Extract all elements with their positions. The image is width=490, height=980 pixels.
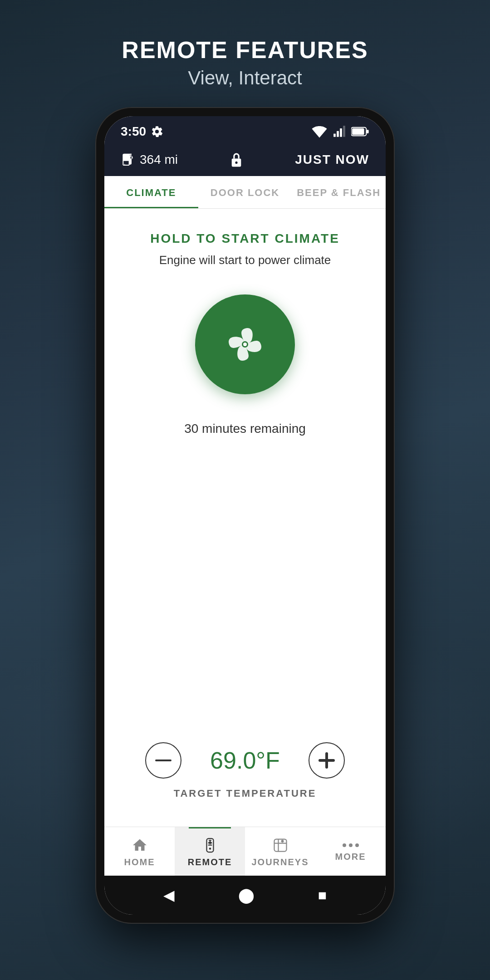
signal-icon [333, 125, 346, 138]
temp-decrease-button[interactable] [145, 742, 181, 779]
svg-point-24 [281, 840, 284, 843]
fuel-info: 364 mi [121, 152, 178, 167]
fuel-icon [121, 152, 135, 167]
tab-doorlock[interactable]: DOOR LOCK [198, 176, 292, 208]
svg-point-27 [355, 843, 359, 847]
svg-rect-23 [274, 839, 286, 852]
svg-point-25 [343, 843, 346, 847]
remote-icon [202, 837, 218, 853]
lock-icon-container [229, 152, 244, 168]
settings-icon [151, 125, 163, 138]
tabs-container: CLIMATE DOOR LOCK BEEP & FLASH [104, 176, 386, 209]
nav-home[interactable]: HOME [104, 827, 175, 876]
time-display: 3:50 [121, 124, 146, 139]
svg-rect-19 [208, 845, 212, 846]
svg-rect-15 [318, 759, 335, 762]
lock-icon [229, 152, 244, 168]
hold-title: HOLD TO START CLIMATE [150, 231, 340, 246]
status-right [311, 125, 369, 138]
more-label: MORE [335, 852, 366, 862]
remote-label: REMOTE [188, 857, 232, 867]
svg-rect-0 [333, 134, 336, 137]
page-header: REMOTE FEATURES View, Interact [122, 0, 368, 89]
temp-control: 69.0°F [122, 742, 368, 779]
svg-rect-1 [337, 131, 339, 137]
wifi-icon [311, 125, 328, 138]
svg-rect-13 [155, 760, 172, 761]
mileage-display: 364 mi [140, 152, 178, 167]
svg-rect-5 [352, 128, 364, 135]
minutes-remaining: 30 minutes remaining [184, 421, 306, 436]
nav-journeys[interactable]: JOURNEYS [245, 827, 315, 876]
phone-frame: 3:50 [95, 107, 395, 924]
tab-beepflash[interactable]: BEEP & FLASH [292, 176, 386, 208]
recents-button[interactable]: ■ [318, 887, 327, 904]
temp-label: TARGET TEMPERATURE [174, 788, 317, 799]
battery-icon [351, 125, 369, 138]
home-icon [132, 837, 148, 853]
nav-remote[interactable]: REMOTE [175, 827, 245, 876]
home-button[interactable]: ⬤ [238, 887, 255, 904]
page-title: REMOTE FEATURES [122, 36, 368, 64]
android-nav: ◀ ⬤ ■ [104, 876, 386, 915]
fan-icon [222, 322, 268, 367]
journeys-label: JOURNEYS [251, 857, 309, 867]
temp-increase-button[interactable] [309, 742, 345, 779]
svg-rect-17 [209, 840, 211, 841]
just-now-label: JUST NOW [295, 152, 369, 167]
status-left: 3:50 [121, 124, 163, 139]
home-label: HOME [124, 857, 155, 867]
plus-icon [318, 752, 335, 769]
svg-point-26 [349, 843, 353, 847]
svg-point-20 [209, 848, 211, 850]
tab-climate[interactable]: CLIMATE [104, 176, 198, 208]
temperature-display: 69.0°F [204, 747, 286, 774]
svg-rect-6 [367, 130, 369, 133]
more-icon [343, 843, 359, 848]
svg-point-12 [243, 343, 247, 346]
phone-inner: 3:50 [104, 116, 386, 915]
status-bar: 3:50 [104, 116, 386, 145]
journeys-icon [272, 837, 289, 853]
svg-rect-2 [340, 128, 342, 137]
fan-button[interactable] [195, 294, 295, 394]
back-button[interactable]: ◀ [163, 887, 175, 904]
engine-subtitle: Engine will start to power climate [159, 253, 331, 267]
svg-rect-3 [343, 126, 345, 137]
svg-point-10 [235, 162, 238, 164]
minus-icon [155, 760, 172, 761]
bottom-nav: HOME REMOTE [104, 827, 386, 876]
svg-rect-22 [208, 842, 212, 843]
main-content: HOLD TO START CLIMATE Engine will start … [104, 209, 386, 827]
page-subtitle: View, Interact [122, 67, 368, 89]
nav-more[interactable]: MORE [315, 827, 386, 876]
info-bar: 364 mi JUST NOW [104, 145, 386, 176]
